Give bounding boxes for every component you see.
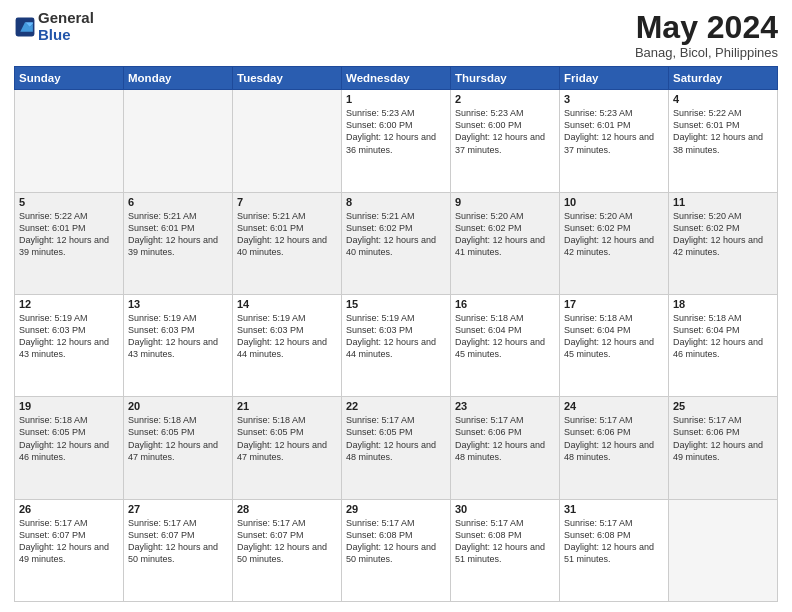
logo: General Blue <box>14 10 94 43</box>
cell-info: Sunrise: 5:21 AMSunset: 6:01 PMDaylight:… <box>128 210 228 259</box>
cell-info: Sunrise: 5:17 AMSunset: 6:08 PMDaylight:… <box>455 517 555 566</box>
table-row: 8Sunrise: 5:21 AMSunset: 6:02 PMDaylight… <box>342 192 451 294</box>
day-number: 16 <box>455 298 555 310</box>
col-monday: Monday <box>124 67 233 90</box>
table-row: 25Sunrise: 5:17 AMSunset: 6:06 PMDayligh… <box>669 397 778 499</box>
day-number: 1 <box>346 93 446 105</box>
table-row: 27Sunrise: 5:17 AMSunset: 6:07 PMDayligh… <box>124 499 233 601</box>
logo-blue-text: Blue <box>38 27 94 44</box>
table-row: 21Sunrise: 5:18 AMSunset: 6:05 PMDayligh… <box>233 397 342 499</box>
cell-info: Sunrise: 5:18 AMSunset: 6:05 PMDaylight:… <box>237 414 337 463</box>
logo-icon <box>14 16 36 38</box>
day-number: 25 <box>673 400 773 412</box>
cell-info: Sunrise: 5:20 AMSunset: 6:02 PMDaylight:… <box>673 210 773 259</box>
col-saturday: Saturday <box>669 67 778 90</box>
page: General Blue May 2024 Banag, Bicol, Phil… <box>0 0 792 612</box>
table-row: 19Sunrise: 5:18 AMSunset: 6:05 PMDayligh… <box>15 397 124 499</box>
cell-info: Sunrise: 5:17 AMSunset: 6:06 PMDaylight:… <box>455 414 555 463</box>
cell-info: Sunrise: 5:23 AMSunset: 6:00 PMDaylight:… <box>455 107 555 156</box>
table-row: 9Sunrise: 5:20 AMSunset: 6:02 PMDaylight… <box>451 192 560 294</box>
table-row: 15Sunrise: 5:19 AMSunset: 6:03 PMDayligh… <box>342 294 451 396</box>
day-number: 13 <box>128 298 228 310</box>
cell-info: Sunrise: 5:19 AMSunset: 6:03 PMDaylight:… <box>237 312 337 361</box>
cell-info: Sunrise: 5:17 AMSunset: 6:07 PMDaylight:… <box>237 517 337 566</box>
table-row: 28Sunrise: 5:17 AMSunset: 6:07 PMDayligh… <box>233 499 342 601</box>
table-row: 11Sunrise: 5:20 AMSunset: 6:02 PMDayligh… <box>669 192 778 294</box>
day-number: 7 <box>237 196 337 208</box>
cell-info: Sunrise: 5:23 AMSunset: 6:00 PMDaylight:… <box>346 107 446 156</box>
day-number: 5 <box>19 196 119 208</box>
day-number: 22 <box>346 400 446 412</box>
table-row: 20Sunrise: 5:18 AMSunset: 6:05 PMDayligh… <box>124 397 233 499</box>
table-row: 3Sunrise: 5:23 AMSunset: 6:01 PMDaylight… <box>560 90 669 192</box>
cell-info: Sunrise: 5:18 AMSunset: 6:05 PMDaylight:… <box>128 414 228 463</box>
table-row <box>233 90 342 192</box>
table-row: 30Sunrise: 5:17 AMSunset: 6:08 PMDayligh… <box>451 499 560 601</box>
cell-info: Sunrise: 5:21 AMSunset: 6:02 PMDaylight:… <box>346 210 446 259</box>
day-number: 20 <box>128 400 228 412</box>
table-row: 14Sunrise: 5:19 AMSunset: 6:03 PMDayligh… <box>233 294 342 396</box>
table-row: 24Sunrise: 5:17 AMSunset: 6:06 PMDayligh… <box>560 397 669 499</box>
day-number: 24 <box>564 400 664 412</box>
col-thursday: Thursday <box>451 67 560 90</box>
day-number: 10 <box>564 196 664 208</box>
table-row: 10Sunrise: 5:20 AMSunset: 6:02 PMDayligh… <box>560 192 669 294</box>
col-wednesday: Wednesday <box>342 67 451 90</box>
day-number: 12 <box>19 298 119 310</box>
table-row: 18Sunrise: 5:18 AMSunset: 6:04 PMDayligh… <box>669 294 778 396</box>
day-number: 6 <box>128 196 228 208</box>
day-number: 29 <box>346 503 446 515</box>
calendar-table: Sunday Monday Tuesday Wednesday Thursday… <box>14 66 778 602</box>
cell-info: Sunrise: 5:18 AMSunset: 6:04 PMDaylight:… <box>673 312 773 361</box>
cell-info: Sunrise: 5:22 AMSunset: 6:01 PMDaylight:… <box>19 210 119 259</box>
day-number: 18 <box>673 298 773 310</box>
cell-info: Sunrise: 5:23 AMSunset: 6:01 PMDaylight:… <box>564 107 664 156</box>
col-sunday: Sunday <box>15 67 124 90</box>
calendar-week-row: 19Sunrise: 5:18 AMSunset: 6:05 PMDayligh… <box>15 397 778 499</box>
col-friday: Friday <box>560 67 669 90</box>
cell-info: Sunrise: 5:18 AMSunset: 6:04 PMDaylight:… <box>564 312 664 361</box>
day-number: 17 <box>564 298 664 310</box>
cell-info: Sunrise: 5:19 AMSunset: 6:03 PMDaylight:… <box>19 312 119 361</box>
table-row: 29Sunrise: 5:17 AMSunset: 6:08 PMDayligh… <box>342 499 451 601</box>
cell-info: Sunrise: 5:19 AMSunset: 6:03 PMDaylight:… <box>346 312 446 361</box>
calendar-week-row: 5Sunrise: 5:22 AMSunset: 6:01 PMDaylight… <box>15 192 778 294</box>
table-row: 7Sunrise: 5:21 AMSunset: 6:01 PMDaylight… <box>233 192 342 294</box>
cell-info: Sunrise: 5:17 AMSunset: 6:05 PMDaylight:… <box>346 414 446 463</box>
table-row: 26Sunrise: 5:17 AMSunset: 6:07 PMDayligh… <box>15 499 124 601</box>
cell-info: Sunrise: 5:22 AMSunset: 6:01 PMDaylight:… <box>673 107 773 156</box>
day-number: 8 <box>346 196 446 208</box>
cell-info: Sunrise: 5:17 AMSunset: 6:08 PMDaylight:… <box>346 517 446 566</box>
cell-info: Sunrise: 5:17 AMSunset: 6:06 PMDaylight:… <box>564 414 664 463</box>
logo-general-text: General <box>38 10 94 27</box>
cell-info: Sunrise: 5:17 AMSunset: 6:08 PMDaylight:… <box>564 517 664 566</box>
cell-info: Sunrise: 5:21 AMSunset: 6:01 PMDaylight:… <box>237 210 337 259</box>
month-title: May 2024 <box>635 10 778 45</box>
day-number: 31 <box>564 503 664 515</box>
day-number: 15 <box>346 298 446 310</box>
calendar-week-row: 12Sunrise: 5:19 AMSunset: 6:03 PMDayligh… <box>15 294 778 396</box>
cell-info: Sunrise: 5:17 AMSunset: 6:07 PMDaylight:… <box>128 517 228 566</box>
cell-info: Sunrise: 5:17 AMSunset: 6:07 PMDaylight:… <box>19 517 119 566</box>
day-number: 3 <box>564 93 664 105</box>
calendar-week-row: 26Sunrise: 5:17 AMSunset: 6:07 PMDayligh… <box>15 499 778 601</box>
calendar-week-row: 1Sunrise: 5:23 AMSunset: 6:00 PMDaylight… <box>15 90 778 192</box>
title-block: May 2024 Banag, Bicol, Philippines <box>635 10 778 60</box>
location: Banag, Bicol, Philippines <box>635 45 778 60</box>
col-tuesday: Tuesday <box>233 67 342 90</box>
cell-info: Sunrise: 5:20 AMSunset: 6:02 PMDaylight:… <box>564 210 664 259</box>
table-row <box>15 90 124 192</box>
table-row <box>669 499 778 601</box>
table-row: 22Sunrise: 5:17 AMSunset: 6:05 PMDayligh… <box>342 397 451 499</box>
cell-info: Sunrise: 5:18 AMSunset: 6:05 PMDaylight:… <box>19 414 119 463</box>
cell-info: Sunrise: 5:19 AMSunset: 6:03 PMDaylight:… <box>128 312 228 361</box>
table-row: 31Sunrise: 5:17 AMSunset: 6:08 PMDayligh… <box>560 499 669 601</box>
cell-info: Sunrise: 5:18 AMSunset: 6:04 PMDaylight:… <box>455 312 555 361</box>
table-row: 13Sunrise: 5:19 AMSunset: 6:03 PMDayligh… <box>124 294 233 396</box>
day-number: 26 <box>19 503 119 515</box>
table-row: 4Sunrise: 5:22 AMSunset: 6:01 PMDaylight… <box>669 90 778 192</box>
logo-text: General Blue <box>38 10 94 43</box>
table-row: 1Sunrise: 5:23 AMSunset: 6:00 PMDaylight… <box>342 90 451 192</box>
day-number: 2 <box>455 93 555 105</box>
calendar-header-row: Sunday Monday Tuesday Wednesday Thursday… <box>15 67 778 90</box>
